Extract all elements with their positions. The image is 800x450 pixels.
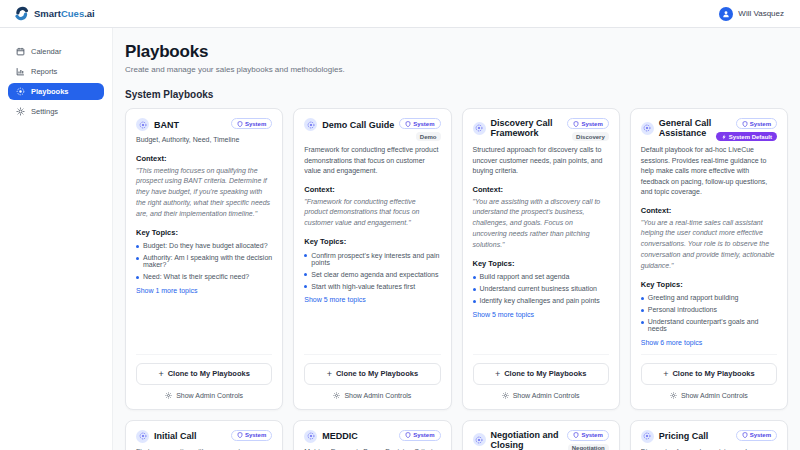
bullet-dot [641,321,644,324]
system-badge: System [399,118,440,129]
admin-controls-label: Show Admin Controls [513,392,580,399]
playbooks-icon [16,87,25,96]
bullet-dot [136,257,139,260]
sidebar: Calendar Reports Playbooks [0,28,113,450]
show-more-topics-link[interactable]: Show 5 more topics [304,296,440,303]
category-badge: Negotiation [568,444,609,450]
clone-to-playbooks-button[interactable]: Clone to My Playbooks [136,363,272,385]
context-label: Context: [136,154,272,163]
bolt-icon [721,134,727,140]
topic-text: Budget: Do they have budget allocated? [143,242,268,249]
playbook-icon [641,122,654,135]
system-badge-label: System [245,121,266,127]
topic-item: Build rapport and set agenda [473,271,609,283]
main-content: Playbooks Create and manage your sales p… [113,28,800,450]
context-label: Context: [473,185,609,194]
context-label: Context: [641,206,777,215]
card-divider [641,354,777,355]
playbook-card: Discovery Call Framework System Discover… [462,108,620,410]
app-logo: SmartCues.ai [14,6,95,21]
clone-to-playbooks-button[interactable]: Clone to My Playbooks [641,363,777,385]
topic-text: Build rapport and set agenda [480,273,570,280]
playbook-card: Demo Call Guide System Demo Framework fo… [293,108,451,410]
playbook-description: Framework for conducting effective produ… [304,145,440,177]
key-topics-label: Key Topics: [304,237,440,246]
topic-item: Understand current business situation [473,283,609,295]
topic-text: Understand counterpart's goals and needs [648,318,777,332]
show-more-topics-link[interactable]: Show 6 more topics [641,339,777,346]
system-badge-label: System [750,432,771,438]
system-badge: System [231,118,272,129]
shield-icon [742,121,748,127]
bullet-dot [304,254,307,257]
topic-item: Budget: Do they have budget allocated? [136,240,272,252]
playbook-icon [473,433,486,446]
settings-icon [16,107,25,116]
key-topics-label: Key Topics: [136,228,272,237]
system-badge: System [736,430,777,441]
topics-list: Confirm prospect's key interests and pai… [304,249,440,292]
sidebar-item-label: Playbooks [31,87,69,96]
show-admin-controls-link[interactable]: Show Admin Controls [641,392,777,399]
show-more-topics-link[interactable]: Show 5 more topics [473,311,609,318]
playbook-card: MEDDIC System Metrics, Economic Buyer, D… [293,420,451,450]
topic-text: Confirm prospect's key interests and pai… [311,252,440,266]
calendar-icon [16,47,25,56]
playbook-card: Negotiation and Closing System Negotiati… [462,420,620,450]
avatar[interactable] [719,7,733,21]
system-default-label: System Default [729,134,772,140]
shield-icon [742,432,748,438]
clone-to-playbooks-button[interactable]: Clone to My Playbooks [304,363,440,385]
gear-icon [502,392,509,399]
category-badge: Discovery [572,132,609,141]
bullet-dot [473,288,476,291]
sidebar-item-playbooks[interactable]: Playbooks [8,83,104,100]
topic-item: Start with high-value features first [304,280,440,292]
topics-list: Greeting and rapport buildingPersonal in… [641,292,777,335]
topic-text: Greeting and rapport building [648,294,739,301]
topic-text: Authority: Am I speaking with the decisi… [143,254,272,268]
playbook-card: General Call Assistance System System De… [630,108,788,410]
topic-item: Authority: Am I speaking with the decisi… [136,252,272,271]
shield-icon [405,432,411,438]
shield-icon [573,432,579,438]
show-admin-controls-link[interactable]: Show Admin Controls [473,392,609,399]
context-text: "Framework for conducting effective prod… [304,197,440,230]
playbook-title: Pricing Call [659,431,709,441]
playbook-title: Discovery Call Framework [491,118,568,138]
playbook-title: Negotiation and Closing [491,430,568,450]
sidebar-item-calendar[interactable]: Calendar [8,43,104,60]
show-admin-controls-link[interactable]: Show Admin Controls [136,392,272,399]
page-subtitle: Create and manage your sales playbooks a… [125,65,788,74]
top-bar: SmartCues.ai Will Vasquez [0,0,800,28]
system-badge-label: System [413,121,434,127]
shield-icon [405,121,411,127]
bullet-dot [304,285,307,288]
topic-text: Personal introductions [648,306,717,313]
person-icon [722,10,730,18]
topic-text: Understand current business situation [480,285,598,292]
brand-name: SmartCues.ai [34,8,95,19]
sidebar-item-reports[interactable]: Reports [8,63,104,80]
playbook-grid: BANT System Budget, Authority, Need, Tim… [125,108,788,450]
topic-text: Identify key challenges and pain points [480,297,600,304]
system-badge-label: System [413,432,434,438]
card-divider [473,354,609,355]
show-more-topics-link[interactable]: Show 1 more topics [136,287,272,294]
playbook-icon [304,118,317,131]
context-text: "You are a real-time sales call assistan… [641,218,777,272]
playbook-title: MEDDIC [322,431,358,441]
system-badge: System [399,430,440,441]
reports-icon [16,67,25,76]
clone-to-playbooks-button[interactable]: Clone to My Playbooks [473,363,609,385]
shield-icon [237,121,243,127]
sidebar-item-settings[interactable]: Settings [8,103,104,120]
topic-text: Start with high-value features first [311,283,415,290]
show-admin-controls-link[interactable]: Show Admin Controls [304,392,440,399]
sidebar-item-label: Reports [31,67,57,76]
user-menu[interactable]: Will Vasquez [719,7,784,21]
shield-icon [237,432,243,438]
bullet-dot [136,245,139,248]
gear-icon [333,392,340,399]
context-text: "This meeting focuses on qualifying the … [136,166,272,220]
